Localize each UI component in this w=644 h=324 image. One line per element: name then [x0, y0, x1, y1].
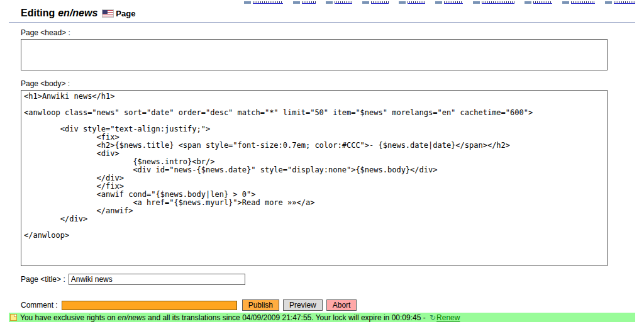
top-toolbar-link[interactable] [605, 1, 635, 4]
lock-icon [10, 314, 17, 321]
comment-input[interactable] [62, 301, 237, 310]
toolbar-icon [293, 1, 300, 4]
lock-text: You have exclusive rights on [20, 313, 118, 322]
page-head-textarea[interactable] [21, 39, 608, 70]
top-toolbar-link[interactable] [525, 1, 552, 4]
top-toolbar-link[interactable] [435, 1, 463, 4]
top-toolbar [244, 0, 635, 4]
heading-divider [9, 22, 635, 23]
head-field-label: Page <head> : [21, 28, 635, 37]
edit-page: Editing en/news Page Page <head> : Page … [0, 0, 644, 322]
lock-text: and all its translations since [146, 313, 242, 322]
page-type-label: Page [116, 9, 135, 18]
top-toolbar-link[interactable] [244, 1, 283, 4]
top-toolbar-link[interactable] [326, 1, 352, 4]
page-name: en/news [58, 8, 97, 19]
renew-icon: ↻ [430, 313, 436, 322]
toolbar-icon [473, 1, 480, 4]
top-toolbar-link[interactable] [293, 1, 316, 4]
page-title: Editing en/news Page [21, 8, 635, 19]
lock-text: . Your lock will expire in [311, 313, 391, 322]
abort-button[interactable]: Abort [326, 299, 357, 311]
en-flag-icon [103, 10, 113, 17]
page-body-textarea[interactable]: <h1>Anwiki news</h1> <anwloop class="new… [21, 90, 608, 266]
toolbar-icon [562, 1, 569, 4]
top-toolbar-link[interactable] [562, 1, 595, 4]
renew-link[interactable]: Renew [436, 313, 460, 322]
body-field-label: Page <body> : [21, 79, 635, 88]
toolbar-icon [399, 1, 406, 4]
toolbar-icon [525, 1, 531, 4]
toolbar-icon [362, 1, 369, 4]
preview-button[interactable]: Preview [283, 299, 323, 311]
title-field-label: Page <title> : [21, 275, 65, 284]
comment-field-label: Comment : [21, 301, 58, 310]
lock-page-name: en/news [118, 313, 146, 322]
editing-label: Editing [21, 8, 55, 19]
lock-status-bar: You have exclusive rights on en/news and… [9, 313, 635, 322]
toolbar-icon [326, 1, 333, 4]
toolbar-icon [605, 1, 612, 4]
toolbar-icon [435, 1, 442, 4]
toolbar-icon [244, 1, 251, 4]
publish-button[interactable]: Publish [242, 299, 279, 311]
top-toolbar-link[interactable] [473, 1, 514, 4]
lock-since-timestamp: 04/09/2009 21:47:55 [242, 313, 311, 322]
top-toolbar-link[interactable] [362, 1, 389, 4]
lock-text: - [421, 313, 428, 322]
page-title-input[interactable] [69, 274, 245, 285]
lock-expire-countdown: 00:09:45 [392, 313, 421, 322]
top-toolbar-link[interactable] [399, 1, 425, 4]
